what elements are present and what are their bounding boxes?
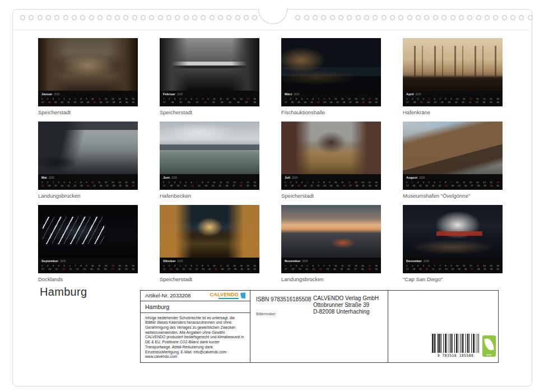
binding-hole xyxy=(89,15,94,20)
mini-calendar-strip: November 2026 12345678910111213141516 17… xyxy=(281,258,381,273)
mini-calendar-days-row1: 12345678910111213141516 xyxy=(285,98,378,100)
isbn-text: ISBN 9783516185508 xyxy=(256,296,311,302)
binding-hole xyxy=(502,15,507,20)
mini-calendar-month-label: August xyxy=(406,176,417,179)
mini-calendar-strip: Januar 2026 12345678910111213141516 1718… xyxy=(38,91,138,106)
mini-calendar-strip: März 2026 12345678910111213141516 171819… xyxy=(281,91,381,106)
binding-hole xyxy=(132,15,137,20)
binding-hole xyxy=(330,15,335,20)
binding-hole xyxy=(364,15,369,20)
publisher-line3: D-82008 Unterhaching xyxy=(313,309,379,315)
calvendo-logo-text-wrap: CALVENDO xyxy=(210,292,239,299)
binding-hole xyxy=(46,15,51,20)
mini-calendar-days-row1: 12345678910111213141516 xyxy=(41,181,134,184)
mini-calendar-header: April 2026 xyxy=(406,92,499,97)
month-photo xyxy=(403,122,503,174)
mini-calendar-header: Mai 2026 xyxy=(41,176,134,180)
mini-calendar-year-label: 2026 xyxy=(49,176,54,179)
mini-calendar-header: Februar 2026 xyxy=(163,92,256,97)
month-caption: Speicherstadt xyxy=(160,109,259,115)
binding-hole xyxy=(450,15,455,20)
month-caption: Hafenbecken xyxy=(160,193,259,199)
mini-calendar-strip: September 2026 12345678910111213141516 1… xyxy=(38,258,138,273)
month-photo xyxy=(38,38,138,91)
month-photo xyxy=(38,122,138,174)
binding-hole xyxy=(38,15,43,20)
mini-calendar-header: August 2026 xyxy=(406,176,499,180)
binding-hole xyxy=(382,15,387,20)
binding-hole xyxy=(166,15,171,20)
publisher-line2: Ottobrunner Straße 39 xyxy=(313,302,379,309)
mini-calendar-year-label: 2026 xyxy=(419,176,425,179)
month-cell: August 2026 12345678910111213141516 1718… xyxy=(403,122,503,198)
binding-hole xyxy=(304,15,309,20)
binding-hole xyxy=(407,15,412,20)
month-caption: Speicherstadt xyxy=(281,193,381,199)
calvendo-logo-text: CALVENDO xyxy=(210,292,239,297)
mini-calendar-month-label: Oktober xyxy=(163,259,176,263)
month-cell: März 2026 12345678910111213141516 171819… xyxy=(281,38,381,114)
month-caption: Speicherstadt xyxy=(160,276,259,282)
binding-hole xyxy=(235,15,240,20)
calvendo-tagline-mark xyxy=(218,298,239,299)
binding-hole xyxy=(510,15,515,20)
eco-badge-label: eco xyxy=(482,353,496,356)
mini-calendar-days-row2: 171819202122232425262728293031 xyxy=(41,185,134,187)
month-cell: November 2026 12345678910111213141516 17… xyxy=(281,205,381,281)
month-thumbnails-grid: Januar 2026 12345678910111213141516 1718… xyxy=(38,38,503,281)
binding-hole xyxy=(338,15,343,20)
mini-calendar-header: März 2026 xyxy=(285,92,378,97)
mini-calendar-days-row1: 12345678910111213141516 xyxy=(163,265,256,267)
mini-calendar-year-label: 2026 xyxy=(416,93,421,96)
mini-calendar-year-label: 2026 xyxy=(171,176,177,179)
mini-calendar-month-label: Januar xyxy=(41,92,52,96)
barcode-bars xyxy=(432,334,479,353)
mini-calendar-month-label: November xyxy=(285,259,301,263)
product-info-box: Artikel-Nr. 2033208 CALVENDO Hamburg Inf… xyxy=(140,290,499,363)
mini-calendar-year-label: 2026 xyxy=(303,260,308,263)
binding-hole xyxy=(158,15,163,20)
mini-calendar-year-label: 2026 xyxy=(294,93,299,96)
eco-badge: eco xyxy=(482,335,496,357)
month-photo xyxy=(160,205,259,258)
mini-calendar-days-row1: 12345678910111213141516 xyxy=(406,265,499,267)
binding-hole xyxy=(141,15,146,20)
mini-calendar-header: September 2026 xyxy=(41,259,134,264)
mini-calendar-header: Januar 2026 xyxy=(41,92,134,97)
mini-calendar-days-row2: 171819202122232425262728293031 xyxy=(406,185,499,187)
month-photo xyxy=(160,122,259,174)
mini-calendar-header: Oktober 2026 xyxy=(163,259,256,264)
mini-calendar-strip: Juli 2026 12345678910111213141516 171819… xyxy=(281,174,381,190)
mini-calendar-month-label: Dezember xyxy=(406,259,422,263)
info-left-column: Artikel-Nr. 2033208 CALVENDO Hamburg Inf… xyxy=(141,291,250,362)
mini-calendar-days-row1: 12345678910111213141516 xyxy=(41,98,134,100)
mini-calendar-strip: Februar 2026 12345678910111213141516 171… xyxy=(160,91,259,106)
mini-calendar-header: Dezember 2026 xyxy=(406,259,499,264)
mini-calendar-days-row2: 1718192021222324252627282930 xyxy=(406,101,499,104)
mini-calendar-days-row1: 12345678910111213141516 xyxy=(406,181,499,184)
month-photo xyxy=(281,38,381,91)
mini-calendar-header: Juni 2026 xyxy=(163,176,256,180)
binding-hole xyxy=(485,15,490,20)
mini-calendar-days-row2: 171819202122232425262728293031 xyxy=(406,268,499,270)
binding-hole xyxy=(184,15,189,20)
binding-hole xyxy=(356,15,361,20)
mini-calendar-days-row1: 12345678910111213141516 xyxy=(285,265,378,267)
month-photo xyxy=(281,122,381,174)
month-caption: Docklands xyxy=(38,276,138,282)
mini-calendar-month-label: März xyxy=(285,92,292,96)
mini-calendar-days-row2: 171819202122232425262728 xyxy=(163,101,256,104)
month-cell: Februar 2026 12345678910111213141516 171… xyxy=(160,38,259,114)
month-cell: Juli 2026 12345678910111213141516 171819… xyxy=(281,122,381,198)
mini-calendar-days-row1: 12345678910111213141516 xyxy=(163,181,256,184)
publisher-line1: CALVENDO Verlag GmbH xyxy=(313,295,379,302)
month-caption: Hafenkräne xyxy=(403,109,503,115)
article-number: Artikel-Nr. 2033208 xyxy=(145,292,190,298)
month-cell: September 2026 12345678910111213141516 1… xyxy=(38,205,138,281)
leaf-icon xyxy=(484,338,494,351)
binding-hole xyxy=(528,15,533,20)
mini-calendar-year-label: 2026 xyxy=(60,260,66,263)
ean-barcode: 9 783516 185508 xyxy=(432,334,479,358)
mini-calendar-year-label: 2026 xyxy=(54,93,59,96)
month-cell: Januar 2026 12345678910111213141516 1718… xyxy=(38,38,138,114)
